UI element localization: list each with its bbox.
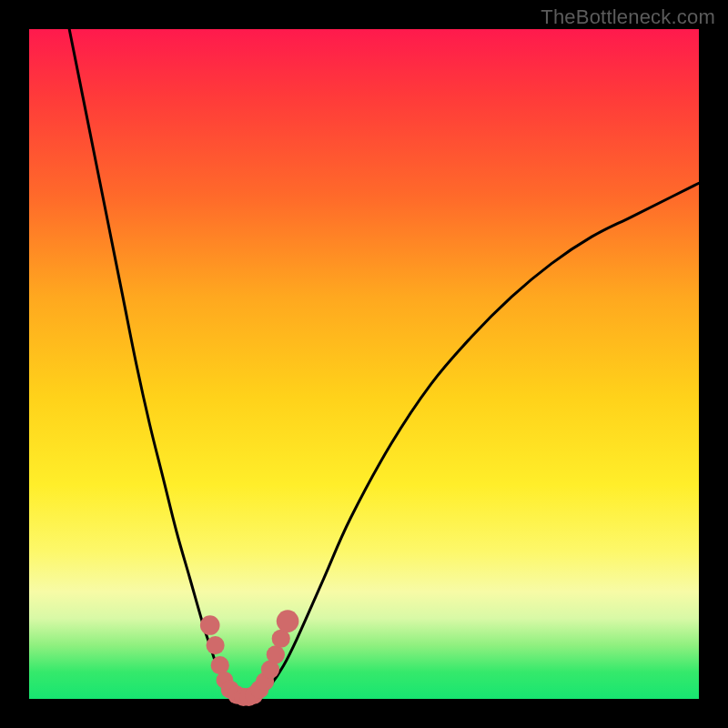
marker-dot [277,610,299,632]
watermark-text: TheBottleneck.com [541,5,715,29]
curve-layer [69,29,699,699]
curve-right-branch [257,183,699,699]
plot-area [29,29,699,699]
chart-frame: TheBottleneck.com [0,0,728,728]
marker-dot [267,645,285,663]
marker-dot [207,636,225,654]
chart-svg [29,29,699,699]
curve-left-branch [69,29,237,699]
marker-dot [200,615,220,635]
marker-layer [200,610,299,706]
